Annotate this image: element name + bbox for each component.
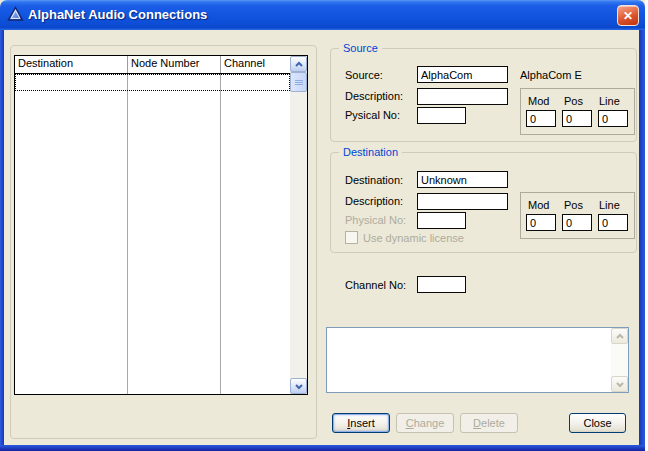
- column-separator: [127, 74, 128, 394]
- close-icon: ✕: [623, 9, 633, 23]
- window-title: AlphaNet Audio Connections: [28, 0, 207, 30]
- insert-button[interactable]: Insert: [332, 413, 390, 433]
- column-header-node-number[interactable]: Node Number: [128, 56, 221, 73]
- delete-button-label: Delete: [473, 417, 505, 429]
- change-button-label: Change: [406, 417, 445, 429]
- source-physical-no-input[interactable]: [417, 107, 466, 124]
- scroll-thumb[interactable]: [290, 72, 307, 92]
- close-window-button[interactable]: ✕: [617, 5, 639, 26]
- column-header-destination[interactable]: Destination: [15, 56, 128, 73]
- destination-physical-no-label: Physical No:: [345, 214, 406, 226]
- source-physical-no-label: Pysical No:: [345, 109, 400, 121]
- window-frame-left: [0, 30, 4, 445]
- channel-no-input[interactable]: [417, 276, 466, 293]
- scroll-track[interactable]: [290, 92, 307, 378]
- destination-group-title: Destination: [339, 146, 402, 158]
- column-header-channel[interactable]: Channel: [221, 56, 290, 73]
- notes-scrollbar[interactable]: [611, 328, 628, 392]
- insert-button-label: Insert: [347, 417, 375, 429]
- source-pos-label: Pos: [564, 95, 583, 107]
- source-description-input[interactable]: [417, 88, 508, 105]
- destination-input[interactable]: [417, 171, 508, 188]
- notes-scroll-down-button[interactable]: [611, 376, 628, 392]
- chevron-down-icon: [615, 381, 625, 388]
- source-input[interactable]: [417, 66, 508, 83]
- destination-description-label: Description:: [345, 195, 403, 207]
- change-button[interactable]: Change: [396, 413, 454, 433]
- dynamic-license-label: Use dynamic license: [363, 232, 464, 244]
- column-separator: [220, 74, 221, 394]
- dialog-window: AlphaNet Audio Connections ✕ Destination…: [0, 0, 645, 451]
- source-pos-input[interactable]: [562, 110, 592, 127]
- scroll-down-button[interactable]: [290, 378, 307, 394]
- source-group-title: Source: [339, 42, 382, 54]
- destination-pos-label: Pos: [564, 199, 583, 211]
- notes-scroll-up-button[interactable]: [611, 328, 628, 344]
- source-description-label: Description:: [345, 90, 403, 102]
- scroll-up-button[interactable]: [290, 56, 307, 72]
- dynamic-license-checkbox[interactable]: [345, 231, 358, 244]
- destination-line-label: Line: [599, 199, 620, 211]
- window-frame-bottom: [0, 445, 645, 451]
- list-header: Destination Node Number Channel: [15, 56, 290, 74]
- close-dialog-button[interactable]: Close: [569, 413, 626, 433]
- destination-pos-input[interactable]: [562, 214, 592, 231]
- list-focused-empty-row[interactable]: [15, 74, 290, 91]
- notes-text[interactable]: [327, 328, 611, 392]
- source-line-input[interactable]: [598, 110, 628, 127]
- channel-no-label: Channel No:: [345, 279, 406, 291]
- source-mod-label: Mod: [528, 95, 549, 107]
- source-label: Source:: [345, 69, 383, 81]
- connections-list[interactable]: Destination Node Number Channel: [14, 55, 308, 395]
- list-main: Destination Node Number Channel: [15, 56, 290, 394]
- notes-scroll-track[interactable]: [611, 344, 628, 376]
- window-frame-right: [639, 30, 645, 445]
- destination-description-input[interactable]: [417, 193, 508, 210]
- alphacom-e-label: AlphaCom E: [520, 69, 582, 81]
- destination-mod-label: Mod: [528, 199, 549, 211]
- close-button-label: Close: [583, 417, 611, 429]
- destination-physical-no-input[interactable]: [417, 212, 466, 229]
- chevron-down-icon: [294, 383, 304, 390]
- titlebar[interactable]: AlphaNet Audio Connections ✕: [0, 0, 645, 30]
- thumb-grip-icon: [295, 80, 303, 85]
- list-scrollbar[interactable]: [290, 56, 307, 394]
- destination-mod-input[interactable]: [526, 214, 556, 231]
- source-mod-input[interactable]: [526, 110, 556, 127]
- notes-textbox[interactable]: [326, 327, 629, 393]
- destination-label: Destination:: [345, 174, 403, 186]
- alphacom-logo-icon: [7, 6, 24, 23]
- source-line-label: Line: [599, 95, 620, 107]
- chevron-up-icon: [294, 61, 304, 68]
- list-body[interactable]: [15, 74, 290, 394]
- chevron-up-icon: [615, 333, 625, 340]
- destination-line-input[interactable]: [598, 214, 628, 231]
- delete-button[interactable]: Delete: [460, 413, 518, 433]
